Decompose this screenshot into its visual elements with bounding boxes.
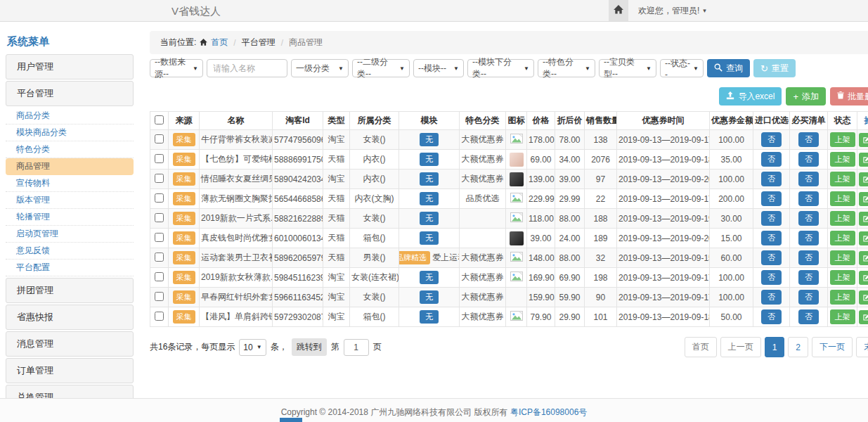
row-checkbox[interactable] [155, 174, 164, 183]
edit-button[interactable] [859, 251, 868, 265]
must-buy-toggle-button[interactable]: 否 [798, 132, 819, 147]
must-buy-toggle-button[interactable]: 否 [798, 231, 819, 245]
filter-select-8[interactable]: --宝贝类型--▼ [599, 59, 656, 77]
status-button[interactable]: 上架 [830, 191, 855, 206]
product-thumbnail [510, 172, 524, 186]
must-buy-toggle-button[interactable]: 否 [798, 172, 819, 186]
row-checkbox[interactable] [155, 233, 164, 242]
pager-button-末页[interactable]: 末页 [856, 337, 868, 357]
edit-button[interactable] [859, 290, 868, 305]
filter-select-4[interactable]: --二级分类--▼ [352, 59, 410, 77]
sidebar-item-3[interactable]: 拼团管理 [6, 278, 134, 303]
page-jump-input[interactable] [344, 339, 369, 356]
imported-toggle-button[interactable]: 否 [761, 172, 782, 186]
imported-toggle-button[interactable]: 否 [761, 270, 782, 285]
submenu-item[interactable]: 特色分类 [6, 141, 134, 158]
pager-button-首页[interactable]: 首页 [685, 337, 717, 357]
status-button[interactable]: 上架 [830, 231, 855, 245]
status-button[interactable]: 上架 [830, 132, 855, 147]
submenu-item[interactable]: 平台配置 [6, 260, 134, 276]
imported-toggle-button[interactable]: 否 [761, 309, 782, 324]
filter-select-7[interactable]: --特色分类--▼ [538, 59, 595, 77]
edit-button[interactable] [859, 153, 868, 167]
jump-button[interactable]: 跳转到 [292, 338, 327, 356]
must-buy-toggle-button[interactable]: 否 [798, 250, 819, 265]
icp-link[interactable]: 粤ICP备16098006号 [510, 407, 587, 417]
must-buy-toggle-button[interactable]: 否 [798, 290, 819, 305]
submenu-item[interactable]: 模块商品分类 [6, 124, 134, 141]
submenu-item[interactable]: 商品分类 [6, 108, 134, 124]
edit-button[interactable] [859, 192, 868, 206]
row-checkbox[interactable] [155, 193, 164, 203]
submenu-item[interactable]: 启动页管理 [6, 226, 134, 243]
row-checkbox[interactable] [155, 213, 164, 222]
edit-button[interactable] [859, 172, 868, 186]
submenu-item[interactable]: 商品管理 [6, 158, 134, 175]
pager-button-1[interactable]: 1 [765, 337, 785, 357]
import-excel-button[interactable]: 导入excel [719, 87, 782, 106]
filter-select-1[interactable]: --数据来源--▼ [150, 59, 203, 77]
pager-button-下一页[interactable]: 下一页 [812, 337, 853, 357]
filter-select-9[interactable]: --状态--▼ [660, 59, 704, 77]
edit-button[interactable] [859, 212, 868, 226]
must-buy-toggle-button[interactable]: 否 [798, 191, 819, 206]
filter-select-6[interactable]: --模块下分类--▼ [467, 59, 534, 77]
sidebar-item-6[interactable]: 订单管理 [6, 358, 134, 383]
edit-button[interactable] [859, 310, 868, 324]
user-menu[interactable]: 欢迎您，管理员! ▾ [638, 5, 706, 17]
status-button[interactable]: 上架 [830, 152, 855, 167]
cell-check [150, 130, 169, 150]
row-checkbox[interactable] [155, 252, 164, 262]
per-page-value: 10 [243, 343, 252, 352]
must-buy-toggle-button[interactable]: 否 [798, 309, 819, 324]
row-checkbox[interactable] [155, 312, 164, 321]
sidebar-item-4[interactable]: 省惠快报 [6, 305, 134, 330]
row-checkbox[interactable] [155, 272, 164, 281]
pager-button-2[interactable]: 2 [788, 337, 808, 357]
edit-button[interactable] [859, 231, 868, 245]
row-checkbox[interactable] [155, 292, 164, 301]
sidebar-item-1[interactable]: 用户管理 [6, 54, 134, 79]
home-button[interactable] [609, 0, 628, 21]
submenu-item[interactable]: 宣传物料 [6, 175, 134, 192]
must-buy-toggle-button[interactable]: 否 [798, 270, 819, 285]
name-search-input[interactable] [207, 59, 287, 77]
reset-button[interactable]: ↻重置 [753, 59, 796, 77]
sidebar-item-5[interactable]: 消息管理 [6, 331, 134, 357]
status-button[interactable]: 上架 [830, 290, 855, 305]
row-checkbox[interactable] [155, 154, 164, 163]
submenu-item[interactable]: 意见反馈 [6, 243, 134, 260]
submenu-item[interactable]: 版本管理 [6, 192, 134, 209]
source-badge: 采集 [173, 251, 195, 264]
status-button[interactable]: 上架 [830, 250, 855, 265]
imported-toggle-button[interactable]: 否 [761, 152, 782, 167]
imported-toggle-button[interactable]: 否 [761, 191, 782, 206]
must-buy-toggle-button[interactable]: 否 [798, 152, 819, 167]
imported-toggle-button[interactable]: 否 [761, 211, 782, 226]
status-button[interactable]: 上架 [830, 309, 855, 324]
edit-button[interactable] [859, 271, 868, 285]
must-buy-toggle-button[interactable]: 否 [798, 211, 819, 226]
status-button[interactable]: 上架 [830, 211, 855, 226]
cell-coupon_amount: 100.00 [710, 288, 753, 307]
status-button[interactable]: 上架 [830, 172, 855, 186]
pager-button-上一页[interactable]: 上一页 [720, 337, 761, 357]
submenu-item[interactable]: 轮播管理 [6, 209, 134, 226]
edit-button[interactable] [859, 133, 868, 147]
add-button[interactable]: + 添加 [786, 87, 826, 106]
per-page-select[interactable]: 10▼ [239, 339, 266, 356]
status-button[interactable]: 上架 [830, 270, 855, 285]
query-button[interactable]: 查询 [707, 59, 750, 77]
batch-delete-button[interactable]: 批量删除 [830, 87, 868, 106]
imported-toggle-button[interactable]: 否 [761, 290, 782, 305]
filter-select-5[interactable]: --模块--▼ [413, 59, 464, 77]
row-checkbox[interactable] [155, 134, 164, 143]
filter-select-3[interactable]: 一级分类▼ [291, 59, 349, 77]
imported-toggle-button[interactable]: 否 [761, 231, 782, 245]
breadcrumb-home-link[interactable]: 首页 [211, 37, 228, 49]
cell-coupon_amount: 200.00 [710, 189, 753, 209]
imported-toggle-button[interactable]: 否 [761, 132, 782, 147]
sidebar-item-2[interactable]: 平台管理 [6, 81, 134, 106]
imported-toggle-button[interactable]: 否 [761, 250, 782, 265]
select-all-checkbox[interactable] [155, 115, 164, 124]
